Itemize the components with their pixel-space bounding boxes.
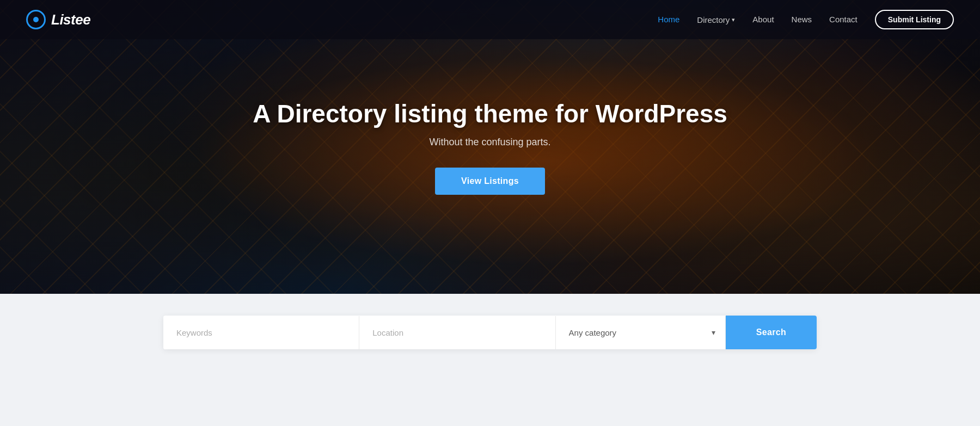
search-section: Any category Restaurants Hotels Shopping… [0,294,980,376]
view-listings-button[interactable]: View Listings [435,168,545,195]
search-bar: Any category Restaurants Hotels Shopping… [163,316,817,349]
hero-title: A Directory listing theme for WordPress [253,99,727,129]
nav-item-contact[interactable]: Contact [829,15,857,24]
nav-item-directory[interactable]: Directory ▾ [697,15,735,24]
nav-item-home[interactable]: Home [658,15,679,24]
logo-text: Listee [51,11,90,28]
nav-link-home[interactable]: Home [658,15,679,24]
nav-link-directory[interactable]: Directory [697,15,730,24]
hero-section: A Directory listing theme for WordPress … [0,0,980,294]
keywords-input[interactable] [163,316,359,349]
chevron-down-icon: ▾ [732,16,735,23]
nav-item-submit[interactable]: Submit Listing [875,10,954,29]
category-select[interactable]: Any category Restaurants Hotels Shopping… [556,316,725,349]
submit-listing-button[interactable]: Submit Listing [875,10,954,29]
search-button[interactable]: Search [726,316,817,349]
nav-link-news[interactable]: News [792,15,812,24]
navbar: Listee Home Directory ▾ About News Conta… [0,0,980,39]
hero-subtitle: Without the confusing parts. [253,137,727,148]
nav-links: Home Directory ▾ About News Contact Subm… [658,10,954,29]
nav-link-about[interactable]: About [752,15,774,24]
nav-item-about[interactable]: About [752,15,774,24]
hero-content: A Directory listing theme for WordPress … [242,99,738,195]
logo-link[interactable]: Listee [26,10,90,29]
nav-link-contact[interactable]: Contact [829,15,857,24]
nav-item-news[interactable]: News [792,15,812,24]
location-input[interactable] [359,316,555,349]
logo-icon [26,10,46,29]
category-select-wrap: Any category Restaurants Hotels Shopping… [556,316,726,349]
